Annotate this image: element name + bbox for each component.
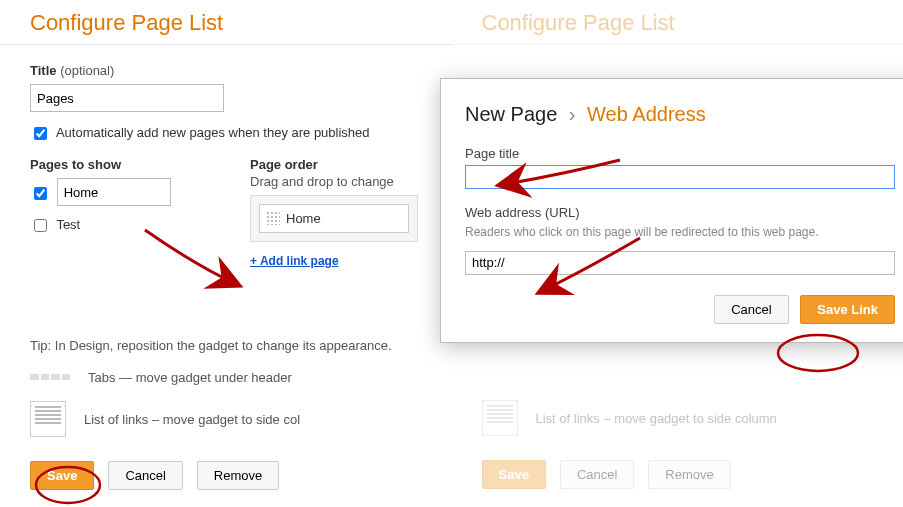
list-layout-icon (30, 401, 66, 437)
dialog-title: Configure Page List (482, 10, 874, 36)
web-address-hint: Readers who click on this page will be r… (465, 224, 895, 241)
page-title-label: Page title (465, 146, 895, 161)
list-layout-label: List of links – move gadget to side col (84, 412, 300, 427)
page-name-input-home[interactable] (57, 178, 171, 206)
breadcrumb-web-address: Web Address (587, 103, 706, 125)
page-name-test: Test (56, 217, 80, 232)
design-tip: Tip: In Design, reposition the gadget to… (30, 338, 422, 353)
divider (452, 44, 904, 45)
dialog-title: Configure Page List (30, 10, 422, 36)
page-order-label: Page order (250, 157, 418, 172)
remove-button[interactable]: Remove (197, 461, 279, 490)
chevron-right-icon: › (569, 103, 576, 125)
list-layout-icon (482, 400, 518, 436)
cancel-button[interactable]: Cancel (108, 461, 182, 490)
tabs-layout-icon (30, 365, 70, 389)
cancel-button[interactable]: Cancel (560, 460, 634, 489)
remove-button[interactable]: Remove (648, 460, 730, 489)
breadcrumb-new-page: New Page (465, 103, 557, 125)
save-button[interactable]: Save (30, 461, 94, 490)
modal-cancel-button[interactable]: Cancel (714, 295, 788, 324)
add-link-page-link[interactable]: + Add link page (250, 254, 339, 268)
pages-to-show-label: Pages to show (30, 157, 210, 172)
modal-breadcrumb: New Page › Web Address (465, 103, 895, 126)
auto-add-pages-checkbox[interactable] (34, 127, 47, 140)
list-layout-label: List of links – move gadget to side colu… (536, 411, 777, 426)
title-input[interactable] (30, 84, 224, 112)
page-order-list[interactable]: Home (250, 195, 418, 242)
page-order-item-label: Home (286, 211, 321, 226)
configure-page-list-dialog-left: Configure Page List Title (optional) Aut… (0, 0, 452, 507)
web-address-label: Web address (URL) (465, 205, 895, 220)
page-order-item[interactable]: Home (259, 204, 409, 233)
divider (0, 44, 452, 45)
new-page-web-address-modal: New Page › Web Address Page title Web ad… (440, 78, 903, 343)
page-order-hint: Drag and drop to change (250, 174, 418, 189)
save-link-button[interactable]: Save Link (800, 295, 895, 324)
title-field-optional: (optional) (60, 63, 114, 78)
tabs-layout-label: Tabs — move gadget under header (88, 370, 292, 385)
save-button[interactable]: Save (482, 460, 546, 489)
web-address-input[interactable] (465, 251, 895, 275)
page-title-input[interactable] (465, 165, 895, 189)
title-field-label: Title (30, 63, 57, 78)
page-checkbox-home[interactable] (34, 187, 47, 200)
page-checkbox-test[interactable] (34, 219, 47, 232)
auto-add-pages-label: Automatically add new pages when they ar… (56, 125, 370, 140)
